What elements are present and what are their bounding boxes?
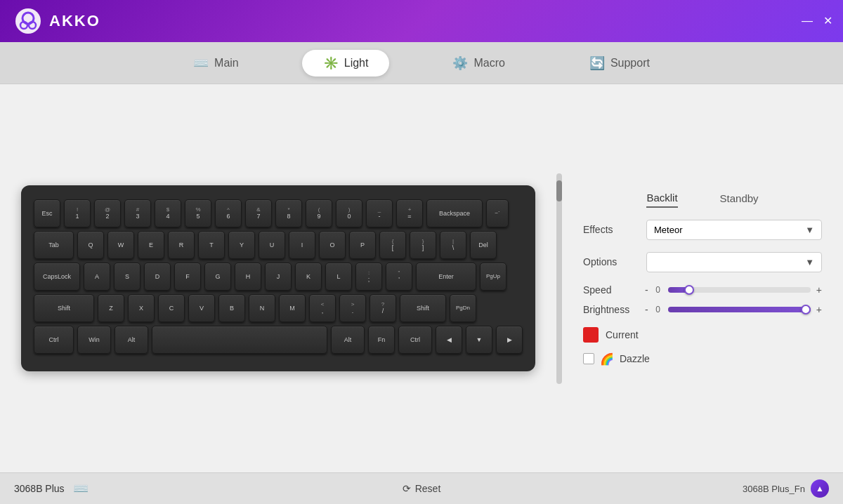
key-u[interactable]: U [259,231,285,259]
reset-button[interactable]: ⟳ Reset [403,483,441,494]
key-a[interactable]: A [84,263,110,291]
key-rbracket[interactable]: }] [410,231,436,259]
options-label: Options [583,256,639,267]
key-z[interactable]: Z [98,294,124,322]
key-y[interactable]: Y [228,231,255,259]
key-minus[interactable]: _- [366,199,393,227]
speed-minus[interactable]: - [645,284,648,296]
key-d[interactable]: D [144,263,171,291]
key-lalt[interactable]: Alt [115,326,148,354]
key-j[interactable]: J [265,263,292,291]
tab-backlit[interactable]: Backlit [646,192,677,208]
key-extra1[interactable]: ~` [486,199,509,227]
key-slash[interactable]: ?/ [370,294,396,322]
key-8[interactable]: *8 [275,199,302,227]
current-color-swatch[interactable] [583,327,599,343]
title-bar: AKKO — ✕ [0,0,843,42]
key-s[interactable]: S [114,263,140,291]
key-space[interactable] [152,326,327,354]
key-p[interactable]: P [349,231,376,259]
key-o[interactable]: O [319,231,346,259]
nav-macro[interactable]: ⚙️ Macro [431,50,525,77]
key-rctrl[interactable]: Ctrl [398,326,432,354]
key-g[interactable]: G [204,263,231,291]
key-ralt[interactable]: Alt [331,326,365,354]
key-t[interactable]: T [198,231,225,259]
brightness-value: 0 [654,305,662,314]
key-1[interactable]: !1 [64,199,91,227]
key-e[interactable]: E [138,231,164,259]
key-m[interactable]: M [279,294,306,322]
key-r[interactable]: R [168,231,195,259]
key-f[interactable]: F [174,263,201,291]
key-h[interactable]: H [235,263,261,291]
device-right-area: 3068B Plus_Fn ▲ [743,479,829,498]
key-rshift[interactable]: Shift [400,294,446,322]
key-lshift[interactable]: Shift [34,294,94,322]
nav-main[interactable]: ⌨️ Main [172,50,260,77]
key-2[interactable]: @2 [94,199,121,227]
dazzle-checkbox[interactable] [583,353,594,364]
key-fn[interactable]: Fn [368,326,395,354]
key-lctrl[interactable]: Ctrl [34,326,74,354]
keyboard-scrollbar[interactable] [556,173,562,384]
nav-support[interactable]: 🔄 Support [568,50,671,77]
key-0[interactable]: )0 [336,199,362,227]
key-left[interactable]: ◀ [436,326,462,354]
key-win[interactable]: Win [77,326,111,354]
effects-dropdown[interactable]: Meteor ▼ [646,220,822,240]
key-down[interactable]: ▼ [466,326,492,354]
key-tab[interactable]: Tab [34,231,74,259]
key-period[interactable]: >. [339,294,366,322]
key-pgdn[interactable]: PgDn [450,294,476,322]
key-l[interactable]: L [325,263,352,291]
options-dropdown[interactable]: ▼ [646,252,822,272]
keyboard-scrollbar-thumb[interactable] [556,180,562,201]
key-i[interactable]: I [289,231,315,259]
key-quote[interactable]: "' [386,263,412,291]
key-right[interactable]: ▶ [496,326,523,354]
key-3[interactable]: #3 [124,199,151,227]
nav-macro-label: Macro [473,57,504,69]
brightness-slider-track[interactable] [668,307,811,312]
key-k[interactable]: K [295,263,322,291]
key-row-2: Tab Q W E R T Y U I O P {[ }] |\ Del [34,231,523,259]
key-7[interactable]: &7 [245,199,272,227]
key-comma[interactable]: <, [309,294,336,322]
key-w[interactable]: W [107,231,134,259]
key-capslock[interactable]: CapsLock [34,263,80,291]
key-q[interactable]: Q [77,231,104,259]
window-controls: — ✕ [802,15,832,27]
speed-slider-thumb[interactable] [684,285,694,295]
key-semicolon[interactable]: :; [355,263,382,291]
key-esc[interactable]: Esc [34,199,60,227]
key-c[interactable]: C [158,294,185,322]
speed-plus[interactable]: + [816,284,822,296]
key-backslash[interactable]: |\ [440,231,466,259]
upload-button[interactable]: ▲ [811,479,829,498]
key-9[interactable]: (9 [306,199,332,227]
key-equals[interactable]: += [396,199,423,227]
key-backspace[interactable]: Backspace [426,199,483,227]
minimize-button[interactable]: — [802,15,813,27]
key-n[interactable]: N [249,294,275,322]
key-row-1: Esc !1 @2 #3 $4 %5 ^6 &7 *8 (9 )0 _- += … [34,199,523,227]
key-x[interactable]: X [128,294,155,322]
brightness-minus[interactable]: - [645,304,648,315]
key-lbracket[interactable]: {[ [379,231,406,259]
key-b[interactable]: B [218,294,245,322]
key-pgup[interactable]: PgUp [480,263,507,291]
speed-slider-track[interactable] [668,287,811,293]
brightness-slider-thumb[interactable] [801,305,811,314]
close-button[interactable]: ✕ [823,15,832,27]
key-enter[interactable]: Enter [416,263,476,291]
key-5[interactable]: %5 [185,199,211,227]
device-name: 3068B Plus [14,483,65,494]
tab-standby[interactable]: Standby [720,192,759,208]
key-v[interactable]: V [188,294,215,322]
brightness-plus[interactable]: + [816,304,822,315]
key-del[interactable]: Del [470,231,497,259]
key-6[interactable]: ^6 [215,199,242,227]
nav-light[interactable]: ✳️ Light [302,50,390,77]
key-4[interactable]: $4 [155,199,181,227]
